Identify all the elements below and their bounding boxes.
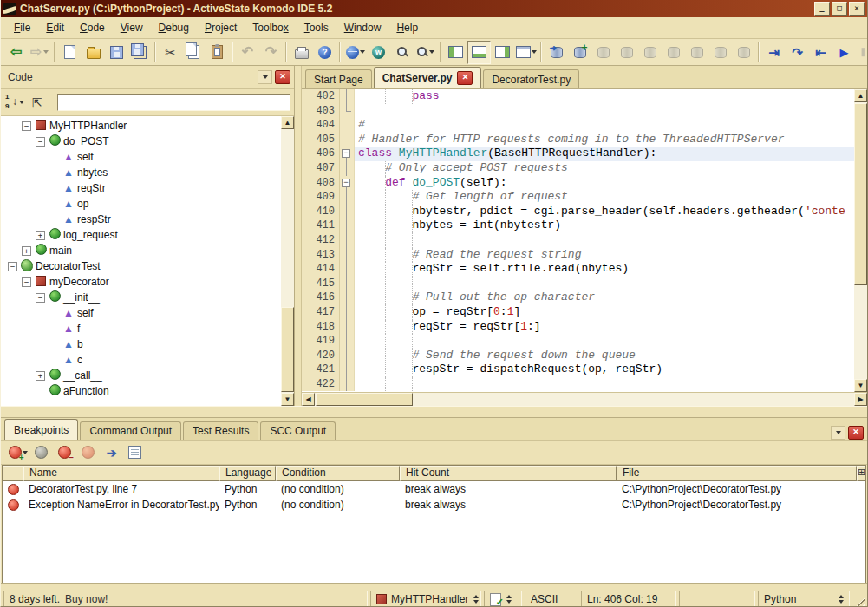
paste-button[interactable] — [206, 41, 229, 64]
copy-button[interactable] — [182, 41, 206, 64]
scrollbar-thumb[interactable] — [854, 103, 867, 285]
tree-item-decoratortest[interactable]: −DecoratorTest — [1, 258, 281, 274]
toggle-right-pane-button[interactable] — [491, 41, 514, 64]
find-button[interactable] — [390, 41, 414, 64]
tab-chatserver-py[interactable]: ChatServer.py✕ — [374, 67, 482, 88]
breakpoint-row[interactable]: Exception NameError in DecoratorTest.pyP… — [3, 497, 865, 512]
menu-debug[interactable]: Debug — [151, 19, 197, 36]
panel-close-button[interactable]: ✕ — [275, 70, 290, 84]
tree-item-log-request[interactable]: +log_request — [1, 227, 281, 243]
menu-help[interactable]: Help — [388, 19, 426, 36]
code-line-419[interactable]: 419 — [302, 334, 854, 349]
scrollbar-thumb[interactable] — [281, 307, 294, 392]
tree-item-mydecorator[interactable]: −myDecorator — [1, 274, 281, 290]
scroll-left-button[interactable]: ◀ — [302, 393, 315, 406]
code-line-414[interactable]: 414 reqStr = self.rfile.read(nbytes) — [302, 262, 854, 277]
save-button[interactable] — [105, 41, 128, 64]
tab-scc-output[interactable]: SCC Output — [260, 421, 336, 440]
column-header-icon[interactable] — [3, 466, 23, 481]
locate-in-tree-button[interactable]: ⇱ — [25, 91, 49, 114]
code-line-404[interactable]: 404# — [302, 118, 854, 133]
code-line-418[interactable]: 418 reqStr = reqStr[1:] — [302, 320, 854, 335]
tab-start-page[interactable]: Start Page — [305, 69, 372, 88]
code-line-406[interactable]: 406class MyHTTPHandler(BaseHTTPRequestHa… — [302, 147, 854, 161]
menu-file[interactable]: File — [6, 19, 38, 36]
tree-item-myhttphandler[interactable]: −MyHTTPHandler — [1, 118, 281, 134]
column-header-name[interactable]: Name — [23, 466, 219, 481]
delete-breakpoint-button[interactable]: − — [53, 441, 76, 464]
menu-toolbox[interactable]: Toolbox — [245, 19, 296, 36]
menu-view[interactable]: View — [113, 19, 151, 36]
pane-layout-button[interactable] — [514, 41, 538, 64]
code-line-409[interactable]: 409 # Get length of request — [302, 190, 854, 205]
tree-expander[interactable]: − — [22, 277, 31, 287]
symbol-selector[interactable]: MyHTTPHandler — [370, 591, 481, 607]
tab-close-button[interactable]: ✕ — [457, 71, 473, 85]
chevron-down-icon[interactable] — [429, 50, 434, 54]
code-editor[interactable]: 402 pass403404#405# Handler for HTTP req… — [302, 89, 854, 392]
tree-item-b[interactable]: ▲b — [1, 336, 281, 352]
back-button[interactable]: ⇦ — [4, 41, 28, 64]
tab-decoratortest-py[interactable]: DecoratorTest.py — [483, 69, 579, 88]
tree-expander[interactable]: + — [36, 231, 45, 240]
step-out-button[interactable]: ⇤ — [809, 41, 832, 64]
tree-expander[interactable]: + — [36, 371, 45, 381]
tree-item-main[interactable]: +main — [1, 243, 281, 258]
code-line-410[interactable]: 410 nbytestr, pdict = cgi.parse_header(s… — [302, 205, 854, 219]
bottom-panel-close-button[interactable]: ✕ — [848, 426, 864, 440]
minimize-button[interactable]: _ — [814, 2, 830, 16]
bottom-panel-menu-button[interactable] — [831, 426, 845, 440]
panel-splitter[interactable] — [295, 66, 302, 406]
chevron-down-icon[interactable] — [43, 50, 49, 54]
step-over-button[interactable]: ↷ — [786, 41, 809, 64]
help-button[interactable]: ? — [313, 41, 336, 64]
scroll-down-button[interactable]: ▼ — [281, 393, 294, 406]
goto-breakpoint-button[interactable]: ➔ — [100, 441, 123, 464]
tree-item-init[interactable]: −__init__ — [1, 290, 281, 305]
close-button[interactable]: ✕ — [849, 2, 865, 16]
syntax-check-selector[interactable] — [484, 591, 522, 607]
code-line-422[interactable]: 422 — [302, 377, 854, 392]
code-line-408[interactable]: 408 def do_POST(self): — [302, 176, 854, 191]
fold-collapse-button[interactable] — [340, 147, 355, 161]
scroll-up-button[interactable]: ▲ — [281, 116, 294, 129]
find-in-files-button[interactable] — [414, 41, 437, 64]
code-filter-input[interactable] — [57, 94, 290, 111]
disable-breakpoints-button[interactable] — [29, 441, 53, 464]
maximize-button[interactable]: □ — [832, 2, 847, 16]
tree-item-do-post[interactable]: −do_POST — [1, 134, 281, 149]
scc-add-button[interactable] — [568, 41, 591, 64]
column-header-file[interactable]: File — [617, 466, 857, 481]
scroll-up-button[interactable]: ▲ — [854, 89, 867, 102]
menu-project[interactable]: Project — [197, 19, 245, 36]
cut-button[interactable]: ✂ — [159, 41, 182, 64]
tree-item-nbytes[interactable]: ▲nbytes — [1, 165, 281, 180]
toggle-left-pane-button[interactable] — [444, 41, 467, 64]
code-line-402[interactable]: 402 pass — [302, 89, 854, 104]
tree-item-c[interactable]: ▲c — [1, 352, 281, 368]
code-line-420[interactable]: 420 # Send the request down the queue — [302, 349, 854, 363]
code-line-403[interactable]: 403 — [302, 104, 854, 119]
scroll-down-button[interactable]: ▼ — [854, 379, 867, 392]
tree-expander[interactable]: − — [8, 262, 17, 271]
preview-button[interactable] — [343, 41, 367, 64]
new-breakpoint-button[interactable]: + — [6, 441, 29, 464]
scc-refresh-button[interactable] — [545, 41, 568, 64]
tree-item-self[interactable]: ▲self — [1, 149, 281, 165]
tree-item-f[interactable]: ▲f — [1, 321, 281, 336]
tree-expander[interactable]: − — [22, 121, 31, 131]
print-button[interactable] — [290, 41, 313, 64]
column-header-hit-count[interactable]: Hit Count — [400, 466, 617, 481]
step-in-button[interactable]: ⇥ — [762, 41, 786, 64]
tree-item-reqstr[interactable]: ▲reqStr — [1, 180, 281, 196]
code-line-411[interactable]: 411 nbytes = int(nbytestr) — [302, 219, 854, 233]
column-picker-button[interactable]: ⊞ — [857, 466, 865, 481]
menu-code[interactable]: Code — [72, 19, 113, 36]
tree-scrollbar[interactable]: ▲ ▼ — [281, 116, 294, 406]
code-line-413[interactable]: 413 # Read the request string — [302, 248, 854, 263]
scrollbar-thumb[interactable] — [316, 393, 413, 406]
code-line-416[interactable]: 416 # Pull out the op character — [302, 290, 854, 305]
menu-tools[interactable]: Tools — [297, 19, 336, 36]
tree-expander[interactable]: − — [36, 293, 45, 303]
browser-button[interactable]: w — [367, 41, 390, 64]
